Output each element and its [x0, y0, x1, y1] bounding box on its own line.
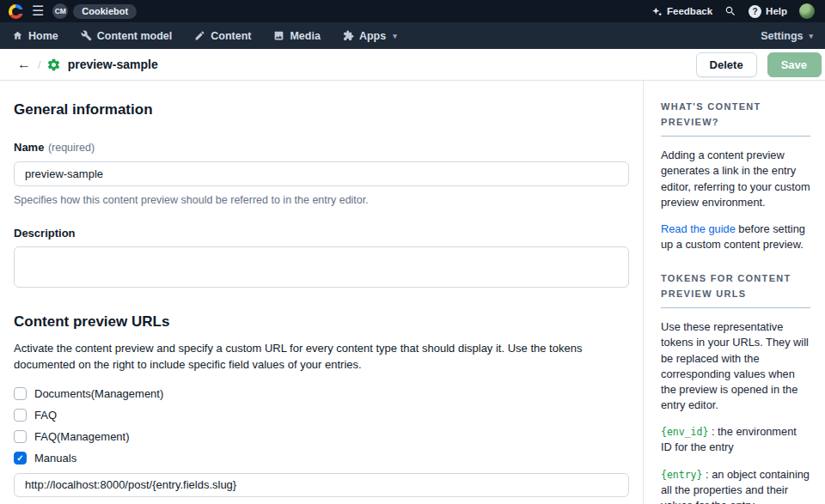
main-nav-items: HomeContent modelContentMediaApps▾ — [12, 30, 397, 42]
checkbox-unchecked[interactable] — [14, 430, 27, 443]
space-name-pill[interactable]: Cookiebot — [73, 4, 137, 19]
contentful-logo-icon[interactable] — [9, 4, 23, 19]
help-sidebar: WHAT'S CONTENT PREVIEW? Adding a content… — [643, 81, 825, 504]
content-type-label[interactable]: Documents(Management) — [34, 387, 163, 400]
content-type-row: FAQ(Management) — [14, 430, 629, 444]
token-code: {entry} — [661, 469, 702, 481]
hamburger-menu-icon[interactable]: ☰ — [32, 4, 44, 18]
whats-content-preview-text: Adding a content preview generates a lin… — [661, 148, 810, 210]
main-form-panel: General information Name (required) Spec… — [0, 81, 643, 504]
content-type-label[interactable]: FAQ(Management) — [34, 430, 130, 443]
content-type-label[interactable]: Manuals — [34, 452, 76, 465]
search-icon — [724, 5, 736, 17]
puzzle-icon — [343, 30, 354, 41]
main-nav-bar: HomeContent modelContentMediaApps▾ Setti… — [0, 22, 825, 49]
token-list-1: {env_id} : the environment ID for the en… — [661, 424, 810, 504]
content-type-row: ✓Manuals — [14, 452, 629, 465]
general-information-heading: General information — [14, 101, 629, 118]
breadcrumb-divider: / — [38, 58, 41, 71]
name-input[interactable] — [14, 161, 629, 186]
help-button[interactable]: ? Help — [749, 5, 787, 18]
settings-gear-icon — [46, 58, 61, 72]
delete-button[interactable]: Delete — [696, 52, 757, 77]
content-type-label[interactable]: FAQ — [34, 409, 57, 422]
nav-item-content-model[interactable]: Content model — [81, 30, 173, 42]
content-type-row: FAQ — [14, 409, 629, 422]
name-label: Name — [14, 141, 44, 154]
question-mark-icon: ? — [749, 5, 761, 18]
home-icon — [12, 30, 23, 41]
description-label: Description — [14, 227, 629, 240]
whats-content-preview-section: WHAT'S CONTENT PREVIEW? Adding a content… — [661, 100, 810, 252]
read-guide-paragraph: Read the guide before setting up a custo… — [661, 222, 810, 252]
token-description: {env_id} : the environment ID for the en… — [661, 424, 810, 455]
content-type-list: Documents(Management)FAQFAQ(Management)✓… — [14, 387, 629, 504]
preview-url-input[interactable] — [14, 473, 629, 497]
read-the-guide-link[interactable]: Read the guide — [661, 222, 736, 235]
token-description: {entry} : an object containing all the p… — [661, 467, 810, 504]
page-header: ← / preview-sample Delete Save — [0, 49, 825, 81]
tokens-section: TOKENS FOR CONTENT PREVIEW URLS Use thes… — [661, 271, 810, 504]
content-type-row: Documents(Management) — [14, 387, 629, 401]
nav-item-content[interactable]: Content — [194, 30, 251, 42]
page-title: preview-sample — [68, 58, 158, 71]
checkbox-unchecked[interactable] — [14, 409, 27, 422]
chevron-down-icon: ▾ — [809, 32, 813, 40]
search-button[interactable] — [724, 5, 736, 17]
image-icon — [273, 30, 284, 41]
top-app-bar: ☰ CM Cookiebot Feedback ? Help — [0, 0, 825, 22]
description-textarea[interactable] — [14, 246, 629, 288]
whats-content-preview-heading: WHAT'S CONTENT PREVIEW? — [661, 100, 810, 137]
name-help-text: Specifies how this content preview shoul… — [14, 194, 629, 206]
content-preview-urls-heading: Content preview URLs — [14, 313, 629, 331]
chevron-down-icon: ▾ — [393, 32, 397, 40]
wrench-icon — [81, 30, 92, 41]
nav-item-settings[interactable]: Settings ▾ — [761, 30, 813, 42]
user-avatar[interactable] — [799, 3, 815, 19]
name-required-hint: (required) — [48, 142, 95, 154]
nav-item-apps[interactable]: Apps▾ — [343, 30, 397, 42]
back-button[interactable]: ← — [12, 57, 36, 72]
checkbox-unchecked[interactable] — [14, 387, 27, 400]
nav-item-home[interactable]: Home — [12, 30, 58, 42]
feedback-button[interactable]: Feedback — [651, 6, 712, 17]
tokens-intro-text: Use these representative tokens in your … — [661, 319, 810, 413]
pencil-icon — [194, 30, 205, 41]
tokens-heading: TOKENS FOR CONTENT PREVIEW URLS — [661, 271, 810, 308]
checkbox-checked[interactable]: ✓ — [14, 452, 27, 465]
org-initials-badge[interactable]: CM — [52, 3, 68, 19]
content-preview-urls-description: Activate the content preview and specify… — [14, 341, 629, 373]
token-code: {env_id} — [661, 426, 708, 438]
nav-item-media[interactable]: Media — [273, 30, 320, 42]
sparkles-icon — [651, 6, 663, 17]
save-button[interactable]: Save — [767, 52, 822, 77]
